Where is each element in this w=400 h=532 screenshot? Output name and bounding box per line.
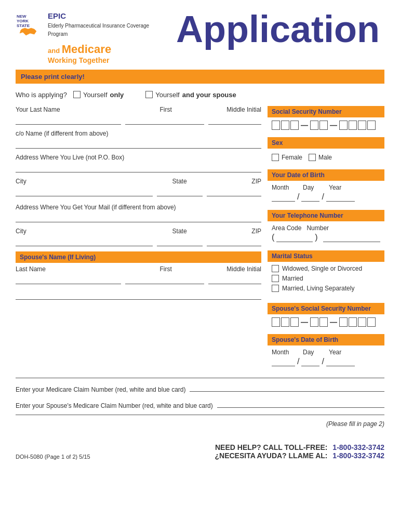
phone-fields: Area Code Number ( )	[268, 224, 384, 246]
spouse-ssn-box-6[interactable]	[339, 317, 348, 327]
ssn-box-8[interactable]	[358, 121, 366, 130]
spouse-ssn-box-4[interactable]	[310, 317, 318, 327]
spouse-ssn-box-9[interactable]	[367, 317, 376, 327]
spouse-ssn-box-3[interactable]	[290, 317, 299, 327]
logo-area: NEW YORK STATE EPIC Elderly Pharmaceutic…	[16, 10, 166, 64]
ssn-box-5[interactable]	[319, 121, 328, 130]
spouse-extra-field[interactable]	[16, 289, 261, 300]
svg-text:NEW: NEW	[17, 14, 26, 19]
spouse-dob-year-field[interactable]	[326, 357, 355, 366]
ssn-box-1[interactable]	[272, 121, 280, 130]
spouse-last-name-field[interactable]	[16, 274, 121, 284]
bottom-divider	[16, 378, 384, 378]
spouse-first-name-field[interactable]	[125, 274, 204, 284]
spouse-dob-labels: Month Day Year	[272, 349, 380, 356]
svg-marker-4	[20, 28, 36, 35]
male-option[interactable]: Male	[309, 154, 332, 161]
co-name-label: c/o Name (if different from above)	[16, 130, 261, 137]
header: NEW YORK STATE EPIC Elderly Pharmaceutic…	[16, 10, 384, 64]
ssn-dash-1: —	[301, 121, 308, 130]
spouse-medicare-claim-field[interactable]	[217, 398, 384, 408]
form-right: Social Security Number — —	[268, 106, 384, 375]
ssn-box-6[interactable]	[339, 121, 348, 130]
spouse-ssn-box-5[interactable]	[319, 317, 328, 327]
mail-city-label: City	[16, 228, 153, 235]
last-name-field[interactable]	[16, 114, 121, 125]
first-name-field[interactable]	[125, 114, 204, 125]
mail-address-field[interactable]	[16, 212, 261, 222]
dob-day-field[interactable]	[301, 192, 319, 202]
middle-initial-label: Middle Initial	[207, 106, 261, 113]
spouse-middle-initial-field[interactable]	[208, 274, 261, 284]
spouse-dob-month-field[interactable]	[272, 357, 295, 366]
ssn-dash-2: —	[330, 121, 337, 130]
spouse-dob-day-field[interactable]	[301, 357, 319, 366]
spouse-dob-month-label: Month	[272, 349, 298, 356]
spouse-ssn-box-7[interactable]	[349, 317, 357, 327]
only-label: only	[110, 91, 124, 99]
and-medicare: and Medicare Working Together	[48, 43, 166, 64]
yourself-spouse-checkbox[interactable]	[145, 91, 153, 98]
married-option[interactable]: Married	[272, 275, 380, 282]
bottom-fields: Enter your Medicare Claim Number (red, w…	[16, 382, 384, 428]
married-label: Married	[282, 275, 303, 282]
zip-label: ZIP	[207, 178, 261, 185]
spouse-ssn-box-8[interactable]	[358, 317, 366, 327]
yourself-only-checkbox[interactable]	[73, 91, 81, 98]
epic-title: EPIC Elderly Pharmaceutical Insurance Co…	[48, 10, 166, 38]
marital-section: Marital Status Widowed, Single or Divorc…	[268, 250, 384, 299]
middle-initial-field[interactable]	[208, 114, 261, 125]
city-field[interactable]	[16, 186, 153, 196]
marital-header: Marital Status	[268, 250, 384, 262]
spouse-dob-header: Spouse's Date of Birth	[268, 334, 384, 345]
state-field[interactable]	[157, 186, 203, 196]
female-checkbox[interactable]	[272, 154, 279, 161]
zip-field[interactable]	[207, 186, 261, 196]
spouse-ssn-box-1[interactable]	[272, 317, 280, 327]
co-name-field[interactable]	[16, 138, 261, 149]
mail-zip-field[interactable]	[207, 236, 261, 246]
dob-month-field[interactable]	[272, 192, 295, 202]
yourself-and-spouse-option[interactable]: Yourself and your spouse	[145, 91, 236, 99]
spouse-section-header: Spouse's Name (If Living)	[16, 251, 261, 263]
sex-section: Sex Female Male	[268, 137, 384, 165]
ssn-box-9[interactable]	[367, 121, 376, 130]
married-sep-checkbox[interactable]	[272, 285, 279, 292]
dob-labels: Month Day Year	[272, 184, 380, 191]
address-field[interactable]	[16, 162, 261, 172]
married-checkbox[interactable]	[272, 275, 279, 282]
mail-city-field[interactable]	[16, 236, 153, 246]
dob-year-field[interactable]	[326, 192, 355, 202]
yourself-label: Yourself	[83, 91, 108, 99]
spouse-last-name-label: Last Name	[16, 265, 125, 273]
please-print-banner: Please print clearly!	[16, 70, 384, 84]
page: NEW YORK STATE EPIC Elderly Pharmaceutic…	[0, 0, 400, 532]
medicare-claim-field[interactable]	[190, 382, 384, 392]
footer: DOH-5080 (Page 1 of 2) 5/15 NEED HELP? C…	[16, 443, 384, 460]
widowed-option[interactable]: Widowed, Single or Divorced	[272, 265, 380, 272]
necesita-line: ¿NECESITA AYUDA? LLAME AL: 1-800-332-374…	[215, 451, 384, 460]
yourself-only-option[interactable]: Yourself only	[73, 91, 124, 99]
phone-number-field[interactable]	[323, 233, 380, 242]
ssn-box-7[interactable]	[349, 121, 357, 130]
ssn-box-2[interactable]	[281, 121, 289, 130]
male-checkbox[interactable]	[309, 154, 316, 161]
dob-header: Your Date of Birth	[268, 169, 384, 181]
widowed-checkbox[interactable]	[272, 265, 279, 272]
female-option[interactable]: Female	[272, 154, 302, 161]
female-label: Female	[282, 154, 302, 161]
close-paren: )	[315, 233, 317, 242]
ssn-box-3[interactable]	[290, 121, 299, 130]
dob-slash-1: /	[296, 192, 300, 202]
ssn-box-4[interactable]	[310, 121, 318, 130]
please-fill: (Please fill in page 2)	[16, 420, 384, 428]
married-sep-option[interactable]: Married, Living Separately	[272, 285, 380, 292]
spouse-ssn-section: Spouse's Social Security Number — —	[268, 303, 384, 330]
ssn-header: Social Security Number	[268, 106, 384, 117]
form-left: Your Last Name First Middle Initial c/o …	[16, 106, 261, 375]
spouse-ssn-dash-1: —	[301, 317, 308, 327]
footer-right: NEED HELP? CALL TOLL-FREE: 1-800-332-374…	[215, 443, 384, 460]
spouse-ssn-box-2[interactable]	[281, 317, 289, 327]
area-code-field[interactable]	[276, 233, 313, 242]
mail-state-field[interactable]	[157, 236, 203, 246]
